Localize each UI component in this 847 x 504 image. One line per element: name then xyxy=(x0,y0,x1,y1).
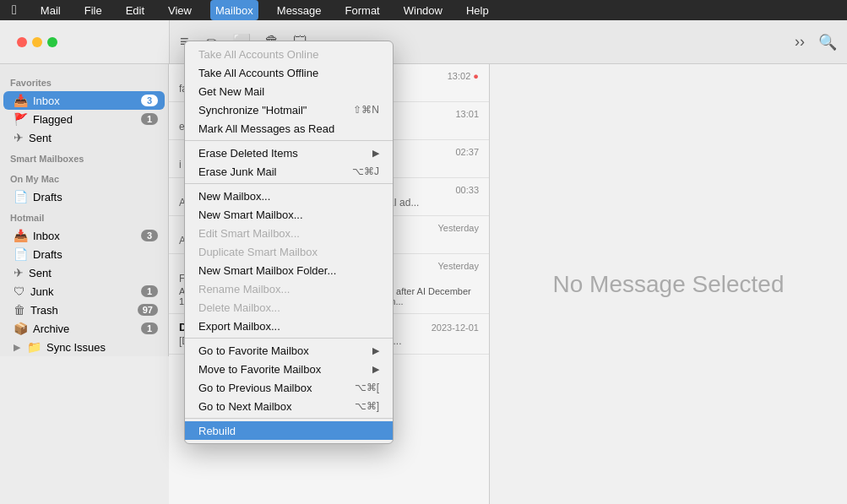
menu-item-label: Go to Favorite Mailbox xyxy=(198,344,309,357)
menu-item-rebuild[interactable]: Rebuild xyxy=(185,421,393,440)
message-time: 02:37 xyxy=(455,147,479,157)
message-time: Yesterday xyxy=(437,223,479,233)
menu-separator xyxy=(185,140,393,141)
menu-item-shortcut: ⇧⌘N xyxy=(353,104,379,116)
search-toolbar-icon[interactable]: 🔍 xyxy=(818,33,837,51)
submenu-arrow-icon: ▶ xyxy=(372,364,379,375)
menu-item-take-all-offline[interactable]: Take All Accounts Offline xyxy=(185,63,393,82)
help-menu-item[interactable]: Help xyxy=(461,0,494,20)
hotmail-inbox-icon: 📥 xyxy=(14,229,28,242)
file-menu-item[interactable]: File xyxy=(79,0,107,20)
no-message-selected-text: No Message Selected xyxy=(553,271,785,298)
toolbar-right: ›› 🔍 xyxy=(795,33,837,51)
menu-item-label: Mark All Messages as Read xyxy=(198,122,334,135)
sidebar-item-hotmail-trash[interactable]: 🗑 Trash 97 xyxy=(3,301,165,319)
hotmail-sent-icon: ✈ xyxy=(14,266,24,279)
inbox-icon: 📥 xyxy=(14,94,28,107)
menu-item-erase-junk[interactable]: Erase Junk Mail ⌥⌘J xyxy=(185,162,393,181)
format-menu-item[interactable]: Format xyxy=(340,0,385,20)
drafts-icon: 📄 xyxy=(14,190,28,203)
hotmail-label: Hotmail xyxy=(0,206,168,226)
more-icon[interactable]: ›› xyxy=(795,33,805,51)
on-my-mac-label: On My Mac xyxy=(0,167,168,187)
menu-item-label: New Mailbox... xyxy=(198,190,270,203)
sidebar-item-hotmail-junk[interactable]: 🛡 Junk 1 xyxy=(3,282,165,301)
hotmail-archive-icon: 📦 xyxy=(14,322,28,335)
menu-item-label: Edit Smart Mailbox... xyxy=(198,227,300,240)
sidebar-item-hotmail-inbox[interactable]: 📥 Inbox 3 xyxy=(3,226,165,245)
sidebar-wrapper: Favorites 📥 Inbox 3 🚩 Flagged 1 ✈ Sent S… xyxy=(0,20,169,504)
message-time: 13:02 ● xyxy=(448,71,479,81)
message-time: 00:33 xyxy=(455,185,479,195)
menu-item-label: New Smart Mailbox... xyxy=(198,209,303,221)
flagged-icon: 🚩 xyxy=(14,112,28,126)
menu-item-delete-mailbox[interactable]: Delete Mailbox... xyxy=(185,298,393,317)
message-time: 13:01 xyxy=(455,109,479,119)
smart-mailboxes-label: Smart Mailboxes xyxy=(0,147,168,167)
sidebar-item-hotmail-archive[interactable]: 📦 Archive 1 xyxy=(3,319,165,338)
sidebar-item-drafts-mac[interactable]: 📄 Drafts xyxy=(3,187,165,206)
menu-item-erase-deleted[interactable]: Erase Deleted Items ▶ xyxy=(185,144,393,162)
menu-item-move-to-favorite[interactable]: Move to Favorite Mailbox ▶ xyxy=(185,360,393,378)
sidebar: Favorites 📥 Inbox 3 🚩 Flagged 1 ✈ Sent S… xyxy=(0,64,169,356)
menu-item-label: New Smart Mailbox Folder... xyxy=(198,264,336,277)
hotmail-junk-icon: 🛡 xyxy=(14,285,25,298)
message-time: Yesterday xyxy=(437,261,479,271)
hotmail-trash-icon: 🗑 xyxy=(14,303,25,317)
menu-item-go-to-favorite[interactable]: Go to Favorite Mailbox ▶ xyxy=(185,341,393,360)
sidebar-item-sent-favorites[interactable]: ✈ Sent xyxy=(3,128,165,147)
menu-item-take-all-online[interactable]: Take All Accounts Online xyxy=(185,45,393,63)
apple-menu-item[interactable]:  xyxy=(7,0,22,20)
menu-item-label: Delete Mailbox... xyxy=(198,301,280,314)
menu-item-synchronize-hotmail[interactable]: Synchronize "Hotmail" ⇧⌘N xyxy=(185,100,393,119)
menu-item-label: Erase Junk Mail xyxy=(198,165,276,178)
close-button[interactable] xyxy=(17,37,27,47)
menu-item-duplicate-smart-mailbox[interactable]: Duplicate Smart Mailbox xyxy=(185,242,393,261)
sidebar-item-hotmail-drafts[interactable]: 📄 Drafts xyxy=(3,245,165,263)
menu-item-mark-all-read[interactable]: Mark All Messages as Read xyxy=(185,119,393,138)
favorites-label: Favorites xyxy=(0,71,168,91)
sidebar-item-flagged[interactable]: 🚩 Flagged 1 xyxy=(3,110,165,128)
window-menu-item[interactable]: Window xyxy=(399,0,448,20)
menu-item-shortcut: ⌥⌘[ xyxy=(355,382,379,393)
hotmail-drafts-icon: 📄 xyxy=(14,247,28,261)
mailbox-dropdown-menu: Take All Accounts Online Take All Accoun… xyxy=(184,41,394,444)
sidebar-item-hotmail-sent[interactable]: ✈ Sent xyxy=(3,263,165,282)
menu-item-new-smart-mailbox-folder[interactable]: New Smart Mailbox Folder... xyxy=(185,261,393,279)
message-menu-item[interactable]: Message xyxy=(272,0,327,20)
minimize-button[interactable] xyxy=(32,37,42,47)
menu-item-label: Go to Previous Mailbox xyxy=(198,382,312,394)
menubar:  Mail File Edit View Mailbox Message Fo… xyxy=(0,0,847,20)
menu-item-new-mailbox[interactable]: New Mailbox... xyxy=(185,187,393,205)
view-menu-item[interactable]: View xyxy=(163,0,197,20)
menu-separator xyxy=(185,183,393,184)
menu-item-edit-smart-mailbox[interactable]: Edit Smart Mailbox... xyxy=(185,224,393,242)
edit-menu-item[interactable]: Edit xyxy=(121,0,149,20)
menu-item-get-new-mail[interactable]: Get New Mail xyxy=(185,82,393,100)
menu-item-shortcut: ⌥⌘] xyxy=(355,400,379,412)
message-time: 2023-12-01 xyxy=(432,322,479,333)
mailbox-menu-item[interactable]: Mailbox xyxy=(210,0,258,20)
disclosure-icon: ▶ xyxy=(14,342,20,353)
menu-item-label: Rename Mailbox... xyxy=(198,283,290,295)
maximize-button[interactable] xyxy=(47,37,57,47)
menu-item-label: Get New Mail xyxy=(198,85,264,98)
sent-icon: ✈ xyxy=(14,131,24,144)
submenu-arrow-icon: ▶ xyxy=(372,345,379,356)
menu-item-label: Take All Accounts Offline xyxy=(198,67,318,79)
menu-item-label: Erase Deleted Items xyxy=(198,147,298,160)
sidebar-item-sync-issues[interactable]: ▶ 📁 Sync Issues xyxy=(3,338,165,356)
menu-item-export-mailbox[interactable]: Export Mailbox... xyxy=(185,317,393,335)
sidebar-item-inbox-favorites[interactable]: 📥 Inbox 3 xyxy=(3,91,165,110)
menu-item-new-smart-mailbox[interactable]: New Smart Mailbox... xyxy=(185,205,393,224)
menu-item-label: Duplicate Smart Mailbox xyxy=(198,246,318,258)
menu-item-go-to-previous[interactable]: Go to Previous Mailbox ⌥⌘[ xyxy=(185,378,393,397)
mail-menu-item[interactable]: Mail xyxy=(35,0,66,20)
menu-item-rename-mailbox[interactable]: Rename Mailbox... xyxy=(185,279,393,298)
menu-item-label: Synchronize "Hotmail" xyxy=(198,104,307,117)
menu-item-label: Move to Favorite Mailbox xyxy=(198,363,321,376)
menu-item-label: Export Mailbox... xyxy=(198,320,280,333)
detail-panel: No Message Selected xyxy=(490,64,847,504)
menu-item-go-to-next[interactable]: Go to Next Mailbox ⌥⌘] xyxy=(185,397,393,415)
app-container: Favorites 📥 Inbox 3 🚩 Flagged 1 ✈ Sent S… xyxy=(0,20,847,504)
